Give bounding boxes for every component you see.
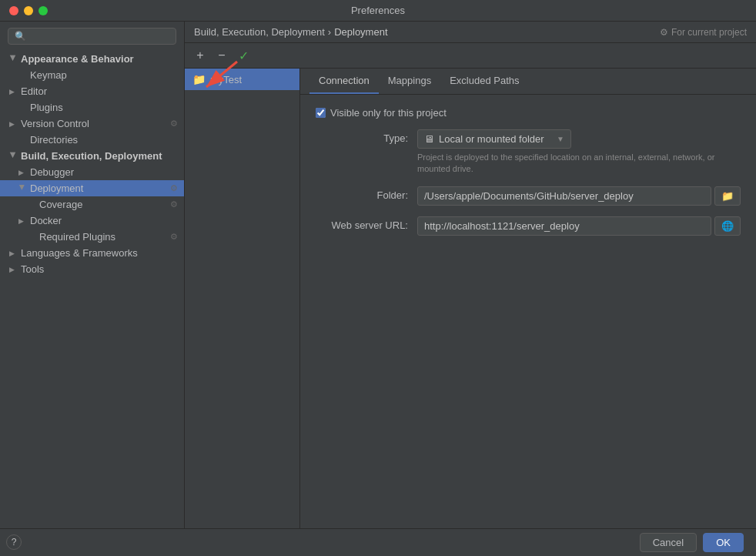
sidebar-item-label: Docker (30, 215, 62, 226)
required-plugins-icon: ⚙ (170, 232, 178, 242)
add-button[interactable]: + (191, 46, 209, 65)
sidebar-item-label: Editor (21, 85, 47, 97)
sidebar-item-required-plugins[interactable]: Required Plugins ⚙ (0, 229, 184, 245)
arrow-icon: ▶ (18, 217, 26, 225)
remove-button[interactable]: − (212, 46, 231, 65)
sidebar-item-keymap[interactable]: Keymap (0, 67, 184, 83)
for-project: ⚙ For current project (660, 27, 747, 38)
window-title: Preferences (351, 5, 405, 16)
web-server-input-group: 🌐 (417, 216, 741, 236)
tabs: Connection Mappings Excluded Paths (300, 69, 756, 95)
deployment-icon: ⚙ (170, 183, 178, 193)
arrow-icon: ▶ (9, 120, 17, 128)
type-label: Type: (316, 129, 408, 144)
sidebar-item-label: Coverage (39, 199, 82, 210)
ok-button[interactable]: OK (703, 533, 744, 552)
cancel-button[interactable]: Cancel (640, 533, 697, 552)
folder-control: 📁 (417, 186, 741, 206)
sidebar-item-label: Keymap (30, 69, 67, 81)
search-input[interactable] (8, 28, 176, 45)
sidebar-item-tools[interactable]: ▶ Tools (0, 261, 184, 277)
sidebar-item-deployment[interactable]: ▶ Deployment ⚙ (0, 180, 184, 196)
help-button[interactable]: ? (6, 534, 22, 550)
split-pane: 📁 myTest Connection Mappings Excluded Pa… (185, 69, 756, 528)
sidebar-item-version-control[interactable]: ▶ Version Control ⚙ (0, 116, 184, 132)
server-list: 📁 myTest (185, 69, 300, 528)
sidebar: ▶ Appearance & Behavior Keymap ▶ Editor … (0, 22, 185, 528)
sidebar-item-label: Required Plugins (39, 231, 115, 243)
folder-icon: 📁 (192, 73, 206, 85)
folder-browse-button[interactable]: 📁 (714, 186, 741, 206)
arrow-icon: ▶ (9, 152, 17, 160)
breadcrumb-separator: › (328, 26, 331, 38)
sidebar-item-appearance[interactable]: ▶ Appearance & Behavior (0, 51, 184, 67)
bottom-bar: Cancel OK (0, 528, 756, 556)
web-server-control: 🌐 (417, 216, 741, 236)
apply-button[interactable]: ✓ (234, 46, 253, 65)
coverage-icon: ⚙ (170, 199, 178, 209)
arrow-icon: ▶ (18, 185, 26, 193)
sidebar-item-label: Version Control (21, 118, 89, 129)
type-row: Type: 🖥 Local or mounted folder ▼ Projec… (316, 129, 741, 176)
title-bar: Preferences (0, 0, 756, 22)
sidebar-item-directories[interactable]: Directories (0, 132, 184, 148)
sidebar-item-languages[interactable]: ▶ Languages & Frameworks (0, 245, 184, 261)
chevron-down-icon: ▼ (557, 135, 564, 143)
visible-checkbox-label: Visible only for this project (330, 107, 447, 119)
folder-input-group: 📁 (417, 186, 741, 206)
arrow-icon: ▶ (9, 266, 17, 273)
type-icon: 🖥 (424, 133, 434, 145)
breadcrumb-parent: Build, Execution, Deployment (194, 26, 325, 38)
settings-icon: ⚙ (660, 27, 668, 38)
connection-form: Visible only for this project Type: 🖥 Lo… (300, 95, 756, 528)
folder-label: Folder: (316, 186, 408, 201)
arrow-icon: ▶ (9, 88, 17, 95)
type-value: Local or mounted folder (439, 133, 544, 145)
type-select[interactable]: 🖥 Local or mounted folder ▼ (417, 129, 571, 149)
breadcrumb-current: Deployment (334, 26, 387, 38)
sidebar-item-label: Directories (30, 134, 78, 146)
sidebar-item-label: Deployment (30, 183, 83, 194)
visible-checkbox-row: Visible only for this project (316, 107, 741, 119)
arrow-icon: ▶ (18, 169, 26, 176)
close-button[interactable] (9, 6, 18, 15)
minimize-button[interactable] (24, 6, 33, 15)
version-control-icon: ⚙ (170, 119, 178, 129)
tab-excluded-paths[interactable]: Excluded Paths (440, 69, 528, 94)
web-server-input[interactable] (417, 216, 711, 236)
sidebar-item-build[interactable]: ▶ Build, Execution, Deployment (0, 148, 184, 164)
web-server-browse-button[interactable]: 🌐 (714, 216, 741, 236)
sidebar-item-label: Debugger (30, 166, 74, 178)
tab-connection[interactable]: Connection (309, 69, 379, 94)
header-bar: Build, Execution, Deployment › Deploymen… (185, 22, 756, 43)
sidebar-item-label: Appearance & Behavior (21, 53, 134, 65)
toolbar: + − ✓ (185, 43, 756, 69)
breadcrumb: Build, Execution, Deployment › Deploymen… (194, 26, 388, 38)
sidebar-item-debugger[interactable]: ▶ Debugger (0, 164, 184, 180)
server-item[interactable]: 📁 myTest (185, 69, 299, 90)
web-server-row: Web server URL: 🌐 (316, 216, 741, 236)
type-control: 🖥 Local or mounted folder ▼ Project is d… (417, 129, 741, 176)
web-server-label: Web server URL: (316, 216, 408, 231)
sidebar-item-docker[interactable]: ▶ Docker (0, 213, 184, 229)
maximize-button[interactable] (38, 6, 48, 15)
sidebar-item-label: Languages & Frameworks (21, 247, 138, 259)
main-layout: ▶ Appearance & Behavior Keymap ▶ Editor … (0, 22, 756, 528)
sidebar-item-label: Build, Execution, Deployment (21, 150, 162, 162)
arrow-icon: ▶ (9, 55, 17, 63)
folder-input[interactable] (417, 186, 711, 206)
folder-row: Folder: 📁 (316, 186, 741, 206)
tab-mappings[interactable]: Mappings (379, 69, 440, 94)
right-panel: Connection Mappings Excluded Paths Visib… (300, 69, 756, 528)
type-description: Project is deployed to the specified loc… (417, 152, 741, 176)
server-name: myTest (210, 74, 242, 85)
sidebar-item-coverage[interactable]: Coverage ⚙ (0, 196, 184, 213)
sidebar-item-label: Plugins (30, 102, 63, 113)
sidebar-item-editor[interactable]: ▶ Editor (0, 83, 184, 99)
for-project-label: For current project (671, 27, 747, 38)
visible-checkbox[interactable] (316, 108, 326, 118)
content-area: Build, Execution, Deployment › Deploymen… (185, 22, 756, 528)
sidebar-item-label: Tools (21, 263, 44, 275)
arrow-icon: ▶ (9, 250, 17, 257)
sidebar-item-plugins[interactable]: Plugins (0, 99, 184, 116)
